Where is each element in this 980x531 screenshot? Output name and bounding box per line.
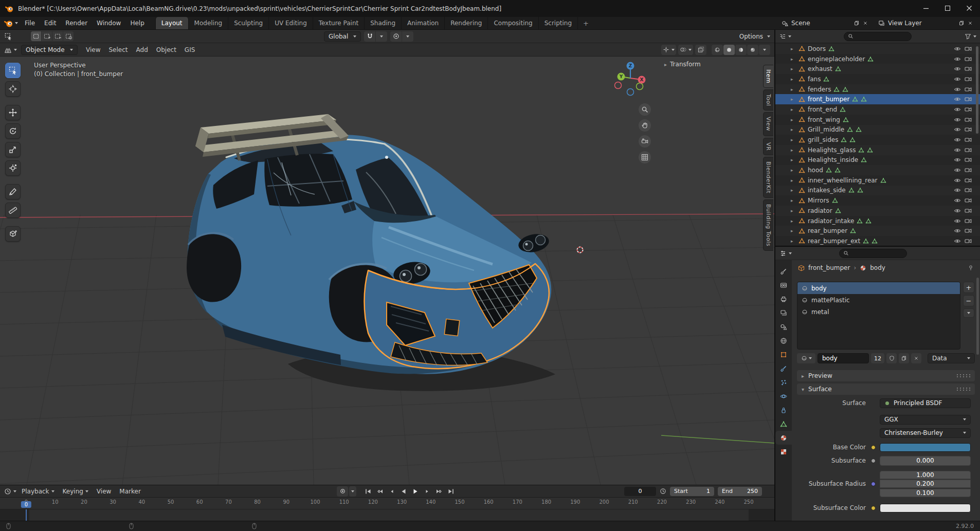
hide-in-viewport-toggle[interactable] [954, 147, 961, 154]
expand-icon[interactable]: ▸ [791, 66, 796, 71]
panel-grip[interactable] [956, 387, 970, 391]
auto-keying-toggle[interactable] [337, 486, 348, 497]
new-material-button[interactable] [899, 353, 909, 363]
outliner-item-mirrors[interactable]: ▸ Mirrors [775, 195, 980, 206]
timeline-menu-keying[interactable]: Keying [59, 487, 93, 496]
workspace-tab-scripting[interactable]: Scripting [539, 17, 578, 29]
zoom-icon[interactable] [639, 103, 651, 116]
hide-in-viewport-toggle[interactable] [954, 76, 961, 83]
outliner-scrollbar[interactable] [976, 46, 978, 134]
expand-icon[interactable]: ▸ [791, 57, 796, 62]
auto-keying-dropdown[interactable] [349, 486, 356, 497]
timeline-ruler[interactable]: 0 01020304050607080901001101201301401501… [0, 498, 774, 509]
snap-toggle[interactable] [364, 31, 375, 42]
expand-icon[interactable]: ▸ [791, 168, 796, 173]
playback-sync-icon[interactable] [660, 488, 666, 495]
workspace-tab-shading[interactable]: Shading [365, 17, 402, 29]
scene-selector[interactable]: Scene [778, 19, 871, 28]
workspace-tab-rendering[interactable]: Rendering [445, 17, 488, 29]
viewport-menu-add[interactable]: Add [132, 45, 152, 55]
view-layer-selector[interactable]: View Layer [875, 19, 976, 28]
properties-search-input[interactable] [839, 249, 907, 258]
disable-in-render-toggle[interactable] [965, 217, 972, 225]
expand-icon[interactable]: ▸ [791, 77, 796, 82]
hide-in-viewport-toggle[interactable] [954, 156, 961, 163]
viewport-menu-gis[interactable]: GIS [180, 45, 199, 55]
distribution-dropdown[interactable]: GGX [880, 415, 971, 425]
disable-in-render-toggle[interactable] [965, 177, 972, 184]
expand-icon[interactable]: ▸ [791, 117, 796, 122]
subsurface-method-dropdown[interactable]: Christensen-Burley [880, 428, 971, 438]
tool-transform[interactable] [5, 160, 21, 176]
material-slot-body[interactable]: body [797, 282, 960, 294]
outliner-item-fenders[interactable]: ▸ fenders [775, 84, 980, 95]
disable-in-render-toggle[interactable] [965, 207, 972, 214]
remove-slot-button[interactable]: − [963, 295, 974, 306]
browse-material-dropdown[interactable] [797, 353, 815, 363]
shading-solid-button[interactable] [723, 45, 735, 55]
shading-settings-dropdown[interactable] [759, 45, 770, 55]
link-mode-dropdown[interactable]: Data [928, 353, 975, 363]
remove-view-layer-button[interactable] [968, 21, 973, 26]
expand-icon[interactable]: ▸ [791, 97, 796, 102]
hide-in-viewport-toggle[interactable] [954, 217, 961, 225]
outliner-item-fans[interactable]: ▸ fans [775, 74, 980, 84]
tool-rotate[interactable] [5, 123, 21, 139]
menu-edit[interactable]: Edit [40, 18, 61, 28]
viewport-menu-object[interactable]: Object [152, 45, 180, 55]
axis-neg-z[interactable] [627, 89, 634, 96]
outliner-editor-type-dropdown[interactable] [779, 33, 791, 40]
properties-tab-world[interactable] [775, 334, 792, 347]
disable-in-render-toggle[interactable] [965, 86, 972, 93]
radius-x-field[interactable]: 1.000 [880, 471, 971, 479]
properties-tab-physics[interactable] [775, 389, 792, 403]
tool-measure[interactable] [5, 203, 21, 218]
expand-icon[interactable]: ▸ [791, 107, 796, 112]
subsurface-slider[interactable]: 0.000 [880, 456, 971, 466]
outliner-item-rear-bumper[interactable]: ▸ rear_bumper [775, 226, 980, 236]
expand-icon[interactable]: ▸ [791, 218, 796, 224]
outliner-item-front-end[interactable]: ▸ front_end [775, 104, 980, 115]
hide-in-viewport-toggle[interactable] [954, 106, 961, 113]
hide-in-viewport-toggle[interactable] [954, 167, 961, 174]
filter-icon[interactable] [965, 33, 976, 40]
menu-file[interactable]: File [20, 18, 40, 28]
outliner-item-engineplaceholder[interactable]: ▸ engineplaceholder [775, 54, 980, 64]
xray-toggle[interactable] [695, 45, 706, 55]
shading-rendered-button[interactable] [747, 45, 758, 55]
outliner-item-front-wing[interactable]: ▸ front_wing [775, 115, 980, 125]
surface-panel-header[interactable]: ▾ Surface [797, 383, 975, 395]
properties-scrollbar[interactable] [976, 278, 979, 355]
preview-panel-header[interactable]: ▸ Preview [797, 370, 975, 381]
axis-neg-y[interactable] [637, 83, 643, 90]
menu-help[interactable]: Help [125, 18, 149, 28]
properties-tab-scene[interactable] [775, 320, 792, 334]
expand-icon[interactable]: ▸ [791, 228, 796, 233]
close-button[interactable] [958, 0, 980, 17]
expand-icon[interactable]: ▸ [791, 208, 796, 213]
properties-editor-type-dropdown[interactable] [779, 250, 792, 257]
properties-tab-view-layer[interactable] [775, 306, 792, 320]
tool-cursor[interactable] [5, 81, 21, 97]
tool-add-cube[interactable] [5, 226, 21, 242]
expand-icon[interactable]: ▸ [791, 127, 796, 132]
3d-viewport[interactable]: User Perspective (0) Collection | front_… [0, 57, 774, 485]
users-count-button[interactable]: 12 [871, 353, 884, 363]
hide-in-viewport-toggle[interactable] [954, 177, 961, 184]
sidebar-tab-building-tools[interactable]: Building Tools [763, 199, 773, 251]
radius-z-field[interactable]: 0.100 [880, 489, 971, 497]
maximize-button[interactable] [937, 0, 958, 17]
hide-in-viewport-toggle[interactable] [954, 207, 961, 214]
sidebar-tab-tool[interactable]: Tool [763, 89, 773, 111]
properties-tab-material[interactable] [775, 431, 792, 445]
playhead[interactable]: 0 [21, 501, 31, 508]
workspace-tab-animation[interactable]: Animation [402, 17, 445, 29]
sidebar-tab-view[interactable]: View [763, 112, 773, 136]
disable-in-render-toggle[interactable] [965, 136, 972, 143]
base-color-swatch[interactable] [880, 443, 971, 452]
expand-icon[interactable]: ▸ [791, 239, 796, 244]
jump-start-button[interactable] [362, 486, 373, 496]
current-frame-field[interactable]: 0 [624, 487, 656, 496]
disable-in-render-toggle[interactable] [965, 187, 972, 194]
disable-in-render-toggle[interactable] [965, 126, 972, 133]
